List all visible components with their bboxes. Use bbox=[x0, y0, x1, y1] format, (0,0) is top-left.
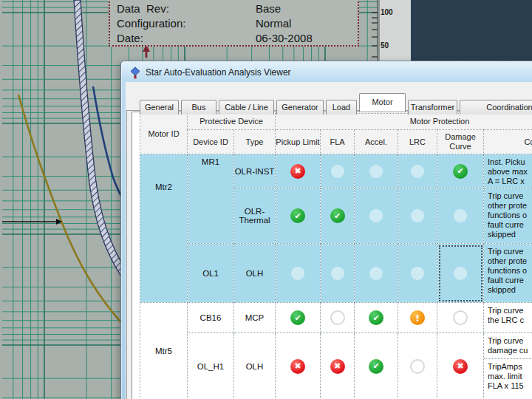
status-cell[interactable] bbox=[355, 154, 398, 188]
status-cell[interactable]: ✔ bbox=[437, 154, 484, 188]
device-id-cell[interactable]: OL_H1 bbox=[188, 333, 234, 399]
status-cell[interactable] bbox=[437, 188, 484, 244]
status-cell[interactable] bbox=[321, 303, 355, 333]
info-row: Date:06-30-2008 bbox=[110, 32, 358, 47]
info-label: Data Rev: bbox=[117, 2, 256, 17]
info-label: Date: bbox=[117, 32, 256, 47]
status-icon-none bbox=[369, 165, 383, 178]
status-icon-none bbox=[411, 209, 424, 222]
device-type-cell[interactable]: OLR-INST bbox=[234, 154, 276, 188]
motor-results-table: Motor IDProtective DeviceMotor Protectio… bbox=[140, 113, 532, 399]
col-header-protective-device: Protective Device bbox=[188, 114, 276, 130]
info-value: 06-30-2008 bbox=[256, 32, 313, 47]
y-axis-tick-label: 100 bbox=[381, 8, 393, 16]
comment-cell[interactable]: Inst. Picku above max A = LRC x bbox=[484, 154, 532, 188]
device-id-cell[interactable]: MR1 bbox=[188, 154, 234, 244]
status-cell[interactable]: ✔ bbox=[355, 333, 398, 399]
status-icon-pass: ✔ bbox=[290, 208, 305, 223]
status-cell[interactable] bbox=[398, 188, 437, 244]
status-icon-warn: ! bbox=[410, 310, 425, 325]
status-icon-pass: ✔ bbox=[290, 310, 305, 325]
y-axis-ticks bbox=[372, 13, 378, 57]
tab-generator[interactable]: Generator bbox=[276, 100, 324, 115]
status-icon-none bbox=[369, 209, 383, 222]
status-cell[interactable] bbox=[398, 333, 437, 399]
comment-cell[interactable]: Trip curve damage cuTripAmps max. limit … bbox=[484, 333, 532, 399]
window-title: Star Auto-Evaluation Analysis Viewer bbox=[146, 67, 291, 78]
status-icon-fail: ✖ bbox=[453, 359, 468, 374]
status-cell[interactable] bbox=[321, 244, 355, 303]
device-type-cell[interactable]: OLH bbox=[234, 333, 276, 399]
status-icon-fail: ✖ bbox=[290, 164, 305, 179]
tab-strip: GeneralBusCable / LineGeneratorLoadMotor… bbox=[140, 93, 532, 112]
status-cell[interactable] bbox=[321, 154, 355, 188]
device-id-cell[interactable]: OL1 bbox=[188, 244, 234, 303]
status-icon-fail: ✖ bbox=[330, 359, 345, 374]
title-bar[interactable]: Star Auto-Evaluation Analysis Viewer bbox=[130, 65, 291, 80]
col-header-type: Type bbox=[234, 130, 276, 154]
motor-id-cell[interactable]: Mtr2 bbox=[140, 154, 188, 303]
comment-cell[interactable]: Trip curve the LRC c bbox=[484, 303, 532, 333]
status-cell[interactable] bbox=[355, 188, 398, 244]
table-row: OL_H1OLH✖✖✔✖Trip curve damage cuTripAmps… bbox=[140, 333, 532, 399]
col-header-device-id: Device ID bbox=[188, 130, 234, 154]
col-header-lrc: LRC bbox=[398, 130, 437, 154]
status-cell[interactable]: ✔ bbox=[355, 303, 398, 333]
dialog-window: Star Auto-Evaluation Analysis Viewer Gen… bbox=[120, 61, 532, 399]
status-icon-none bbox=[369, 267, 383, 280]
tab-coordination[interactable]: Coordination bbox=[460, 100, 532, 115]
status-cell[interactable] bbox=[437, 303, 484, 333]
tab-general[interactable]: General bbox=[140, 100, 179, 115]
status-cell[interactable]: ✖ bbox=[321, 333, 355, 399]
tab-transformer[interactable]: Transformer bbox=[408, 100, 457, 115]
status-cell[interactable] bbox=[355, 244, 398, 303]
status-cell[interactable]: ✖ bbox=[437, 333, 484, 399]
status-icon-pass: ✔ bbox=[369, 310, 383, 325]
info-row: Data Rev:Base bbox=[110, 2, 358, 17]
info-row: Configuration:Normal bbox=[110, 17, 358, 32]
status-icon-none bbox=[454, 267, 467, 280]
tab-cable-line[interactable]: Cable / Line bbox=[219, 100, 274, 115]
tab-load[interactable]: Load bbox=[326, 100, 357, 115]
col-header-accel-: Accel. bbox=[355, 130, 398, 154]
info-value: Base bbox=[256, 2, 281, 17]
plot-info-box: Data Rev:BaseConfiguration:NormalDate:06… bbox=[109, 0, 359, 47]
tab-bus[interactable]: Bus bbox=[181, 100, 216, 115]
status-cell[interactable]: ✔ bbox=[276, 303, 321, 333]
status-icon-none bbox=[454, 209, 467, 222]
device-id-cell[interactable]: CB16 bbox=[188, 303, 234, 333]
status-cell[interactable]: ✔ bbox=[321, 188, 355, 244]
tab-motor[interactable]: Motor bbox=[359, 93, 406, 112]
info-value: Normal bbox=[256, 17, 291, 32]
status-cell[interactable] bbox=[437, 244, 484, 303]
col-header-pickup-limit: Pickup Limit bbox=[276, 130, 321, 154]
status-cell[interactable]: ✖ bbox=[276, 154, 321, 188]
results-grid: Motor IDProtective DeviceMotor Protectio… bbox=[132, 112, 532, 399]
comment-cell[interactable]: Trip curve other prote functions o fault… bbox=[484, 188, 532, 244]
status-icon-none bbox=[330, 310, 345, 325]
table-row: Mtr2MR1OLR-INST✖✔Inst. Picku above max A… bbox=[140, 154, 532, 188]
device-type-cell[interactable]: OLH bbox=[234, 244, 276, 303]
status-icon-pass: ✔ bbox=[330, 208, 345, 223]
y-axis-tick-label: 50 bbox=[381, 41, 389, 50]
status-icon-pass: ✔ bbox=[369, 359, 383, 374]
col-header-damage-curve: Damage Curve bbox=[437, 130, 484, 154]
status-icon-none bbox=[411, 267, 424, 280]
device-type-cell[interactable]: OLR-Thermal bbox=[234, 188, 276, 244]
status-icon-none bbox=[411, 165, 424, 178]
background-app-area bbox=[411, 0, 532, 61]
status-icon-pass: ✔ bbox=[453, 164, 468, 179]
device-type-cell[interactable]: MCP bbox=[234, 303, 276, 333]
motor-id-cell[interactable]: Mtr5 bbox=[140, 303, 188, 399]
status-cell[interactable]: ✖ bbox=[276, 333, 321, 399]
status-cell[interactable] bbox=[398, 244, 437, 303]
col-header-fla: FLA bbox=[321, 130, 355, 154]
status-icon-none bbox=[453, 310, 468, 325]
info-label: Configuration: bbox=[117, 17, 256, 32]
status-cell[interactable]: ✔ bbox=[276, 188, 321, 244]
status-cell[interactable]: ! bbox=[398, 303, 437, 333]
status-cell[interactable] bbox=[398, 154, 437, 188]
comment-cell[interactable]: Trip curve other prote functions o fault… bbox=[484, 244, 532, 303]
status-cell[interactable] bbox=[276, 244, 321, 303]
status-icon-none bbox=[331, 165, 344, 178]
